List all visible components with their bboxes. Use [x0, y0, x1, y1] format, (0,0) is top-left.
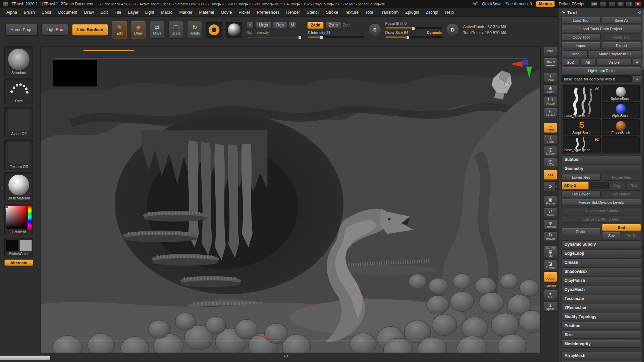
home-page-button[interactable]: Home Page — [5, 24, 38, 36]
tool-section[interactable]: DynaMesh — [561, 286, 641, 293]
menu-item[interactable]: Macro — [158, 9, 176, 16]
draw-button[interactable]: ⊕ Draw — [131, 21, 146, 39]
current-stroke-dots[interactable]: Dots — [4, 78, 33, 104]
switch-color[interactable]: SwitchColor — [4, 238, 33, 257]
section-geometry[interactable]: Geometry — [561, 165, 641, 172]
sculptris-pro-button[interactable]: S — [368, 23, 381, 36]
hue-strip[interactable] — [28, 206, 32, 229]
zcut-button[interactable]: Zcut — [343, 23, 351, 27]
tool-section[interactable]: ShadowBox — [561, 267, 641, 275]
current-material[interactable]: BasicMaterial — [4, 172, 33, 201]
see-through-slider[interactable]: See-through — [505, 2, 528, 7]
right-shelf-scroll[interactable]: + Scroll — [544, 73, 557, 83]
save-as-button[interactable]: Save As — [602, 17, 641, 24]
current-brush-standard[interactable]: Standard — [4, 46, 33, 76]
layout-split-icon[interactable]: ⊟ — [608, 1, 615, 7]
tool-name-field[interactable]: base_base for combine with b — [561, 75, 632, 82]
scroll-up-icon[interactable]: ▴ — [284, 354, 286, 358]
current-tool-thumbnail[interactable]: 92 base_base for cc — [563, 85, 601, 118]
tool-section[interactable]: Position — [561, 322, 641, 329]
tool-section[interactable]: MeshIntegrity — [561, 340, 641, 348]
sdiv-slider[interactable]: SDiv 3 — [561, 182, 609, 189]
z-intensity-slider[interactable] — [307, 36, 364, 38]
canvas-scroll-arrows[interactable]: ▴ ▾ — [284, 354, 288, 358]
tool-section[interactable]: Dynamic Subdiv — [561, 240, 641, 248]
menu-item[interactable]: Texture — [342, 9, 362, 16]
lower-res-button[interactable]: Lower Res — [561, 174, 601, 181]
right-shelf-move[interactable]: ⇄ Move — [544, 208, 557, 218]
gradient-picker-icon[interactable] — [6, 206, 32, 229]
menu-item[interactable]: Document — [55, 9, 80, 16]
right-shelf-rotate[interactable]: ↻ Rotate — [544, 231, 557, 241]
right-shelf-dynamic[interactable]: Dynamic — [544, 284, 557, 288]
quicksave-button[interactable]: QuickSave — [482, 2, 501, 6]
focal-shift-slider[interactable] — [385, 27, 442, 29]
tool-section[interactable]: EdgeLoop — [561, 249, 641, 257]
section-subtool[interactable]: Subtool — [561, 156, 641, 163]
tool-name-r-button[interactable]: R — [633, 75, 641, 82]
mrgb-button[interactable]: Mrgb — [255, 22, 271, 29]
panel-scrollbar[interactable] — [642, 8, 644, 362]
load-tool-button[interactable]: Load Tool — [561, 17, 601, 24]
menu-item[interactable]: Stroke — [323, 9, 341, 16]
tool-section[interactable]: Tessimate — [561, 295, 641, 302]
zsub-button[interactable]: Zsub — [325, 22, 341, 29]
tool-section[interactable]: Modify Topology — [561, 313, 641, 320]
right-shelf-spix[interactable]: SPix 3 — [544, 58, 557, 68]
menu-item[interactable]: Zscript — [423, 9, 441, 16]
menu-item[interactable]: Brush — [21, 9, 38, 16]
secondary-color-swatch[interactable] — [19, 240, 32, 251]
goz-r-button[interactable]: R — [633, 59, 641, 66]
dynamic-mode-button[interactable]: D — [446, 23, 459, 36]
draw-size-slider[interactable] — [385, 36, 442, 38]
brush-simplebrush[interactable]: S SimpleBrush — [563, 119, 601, 135]
lightbox-tools-button[interactable]: Lightbox▶Tools — [561, 67, 641, 74]
menu-item[interactable]: Color — [39, 9, 55, 16]
export-button[interactable]: Export — [602, 42, 641, 49]
menu-item[interactable]: Tool — [362, 9, 376, 16]
right-shelf-floor[interactable]: ⊥ Floor — [544, 134, 557, 144]
brush-alphabrush[interactable]: AlphaBrush — [602, 102, 640, 118]
keyboard-icon[interactable]: ⌨ — [591, 1, 598, 7]
live-boolean-button[interactable]: Live Boolean — [72, 24, 108, 36]
menu-item[interactable]: Zplugin — [402, 9, 422, 16]
goz-button[interactable]: GoZ — [561, 59, 579, 66]
tool-section[interactable]: ArrayMesh — [561, 352, 641, 359]
saturation-square[interactable] — [6, 206, 27, 229]
material-preview[interactable] — [226, 22, 242, 38]
brush-eraserbrush[interactable]: EraserBrush — [602, 119, 640, 135]
menu-item[interactable]: Transform — [377, 9, 402, 16]
brush-spherebrush[interactable]: SphereBrush — [602, 85, 640, 101]
del-lower-button[interactable]: Del Lower — [561, 190, 601, 197]
right-shelf-zoom3d[interactable]: ⊕ Zoom3D — [544, 220, 557, 230]
rotate-button[interactable]: ↻ Rotate — [187, 21, 202, 39]
clone-button[interactable]: Clone — [561, 50, 588, 57]
color-picker[interactable]: Gradient — [4, 204, 33, 235]
make-polymesh3d-button[interactable]: Make PolyMesh3D — [589, 50, 641, 57]
recent-tool-thumbnail[interactable]: 92 base_base for cc — [563, 136, 601, 153]
goz-visible-button[interactable]: Visible — [596, 59, 632, 66]
menu-item[interactable]: Movie — [218, 9, 235, 16]
alternate-button[interactable]: Alternate — [4, 259, 33, 266]
dynamic-label[interactable]: Dynamic — [427, 31, 442, 35]
right-shelf-actual[interactable]: 1:1 Actual — [544, 96, 557, 106]
color-a-swatch[interactable]: A — [246, 22, 254, 29]
freeze-subdivision-levels-button[interactable]: Freeze SubDivision Levels — [561, 199, 641, 206]
menus-button[interactable]: Menus — [536, 1, 555, 7]
tool-section[interactable]: ClayPolish — [561, 277, 641, 284]
right-shelf-ghost[interactable]: ◌ Ghost — [544, 272, 557, 282]
zadd-button[interactable]: Zadd — [307, 22, 324, 29]
menu-item[interactable]: Alpha — [3, 9, 20, 16]
scroll-down-icon[interactable]: ▾ — [287, 354, 289, 358]
menu-item[interactable]: Layer — [125, 9, 141, 16]
right-shelf-solo[interactable]: ● Solo — [544, 290, 557, 300]
menu-item[interactable]: Marker — [176, 9, 196, 16]
current-texture[interactable]: Texture Off — [4, 139, 33, 170]
menu-item[interactable]: Help — [442, 9, 457, 16]
document-canvas[interactable] — [40, 46, 541, 353]
layout-grid-icon[interactable]: ⊞ — [600, 1, 606, 7]
right-shelf-persp[interactable]: ▱ Persp — [544, 123, 557, 133]
main-color-swatch[interactable] — [6, 240, 18, 251]
ac-toggle[interactable]: AC — [473, 2, 478, 6]
right-shelf-transp[interactable]: ◪ Transp — [544, 260, 557, 270]
